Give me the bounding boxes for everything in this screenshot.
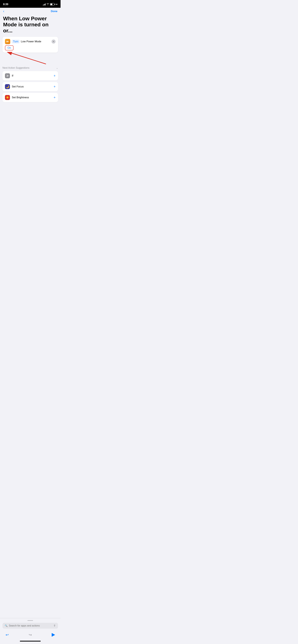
back-chevron-icon: ‹ — [3, 10, 4, 13]
turn-label: Turn — [12, 40, 20, 44]
status-bar: 8:39 54 — [0, 0, 61, 8]
suggestions-chevron-icon: ⌄ — [56, 67, 58, 69]
suggestion-left-brightness: ☀️ Set Brightness — [5, 95, 29, 100]
action-name-label: Low Power Mode — [21, 40, 41, 43]
suggestion-left-if: If — [5, 73, 13, 78]
action-text: Turn Low Power Mode — [12, 40, 50, 44]
action-close-button[interactable]: ✕ — [52, 40, 56, 44]
red-arrow-svg — [3, 52, 58, 64]
suggestion-item-set-focus[interactable]: 🌙 Set Focus + — [3, 82, 58, 91]
done-button[interactable]: Done — [51, 10, 58, 13]
svg-line-4 — [12, 53, 46, 64]
page-title: When Low Power Mode is turned on or... — [0, 14, 61, 37]
status-time: 8:39 — [3, 3, 8, 6]
low-power-icon — [6, 40, 9, 43]
suggestion-left-focus: 🌙 Set Focus — [5, 84, 24, 89]
signal-icon — [43, 3, 46, 6]
if-label: If — [12, 74, 13, 77]
focus-label: Set Focus — [12, 85, 24, 88]
focus-icon: 🌙 — [5, 84, 10, 89]
suggestions-label: Next Action Suggestions — [3, 66, 29, 69]
suggestion-item-if[interactable]: If + — [3, 71, 58, 80]
wifi-icon — [47, 3, 49, 6]
if-add-button[interactable]: + — [54, 74, 56, 78]
brightness-label: Set Brightness — [12, 96, 29, 99]
status-icons: 54 — [43, 3, 57, 6]
battery-icon — [50, 3, 54, 6]
focus-add-button[interactable]: + — [54, 85, 56, 89]
suggestion-item-set-brightness[interactable]: ☀️ Set Brightness + — [3, 93, 58, 102]
suggestions-header: Next Action Suggestions ⌄ — [0, 66, 61, 71]
battery-percent: 54 — [56, 4, 57, 5]
brightness-add-button[interactable]: + — [54, 96, 56, 100]
brightness-icon: ☀️ — [5, 95, 10, 100]
on-button[interactable]: On — [5, 46, 14, 50]
action-card: Turn Low Power Mode ✕ On — [3, 37, 58, 52]
action-icon-badge — [5, 39, 10, 44]
back-button[interactable]: ‹ — [3, 10, 4, 13]
svg-rect-1 — [7, 42, 8, 42]
nav-bar: ‹ Done — [0, 8, 61, 14]
if-icon — [5, 73, 10, 78]
annotation-arrow — [3, 52, 58, 64]
svg-rect-2 — [9, 42, 9, 42]
